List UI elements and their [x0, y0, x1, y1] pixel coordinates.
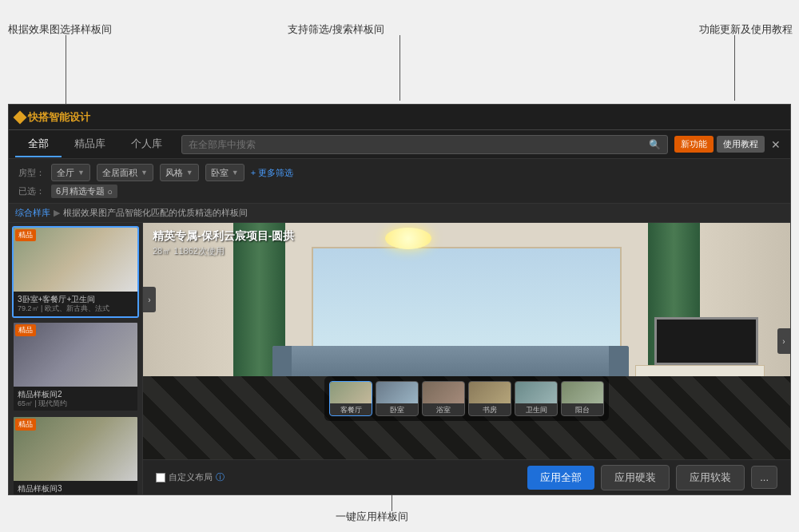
annotation-bottom: 一键应用样板间: [336, 510, 408, 524]
room-tab-img-balcony: [562, 382, 603, 403]
breadcrumb-item-1[interactable]: 综合样库: [15, 207, 50, 219]
thumbnail-item-1[interactable]: 精品 3卧室+客餐厅+卫生间 79.2㎡ | 欧式、新古典、法式: [12, 226, 139, 318]
room-type-label: 房型：: [18, 167, 45, 179]
room-tab-img-study: [423, 382, 464, 403]
room-tab-img-bedroom: [376, 382, 418, 403]
chevron-down-icon-2: ▼: [141, 169, 148, 177]
filter-row-1: 房型： 全厅 ▼ 全居面积 ▼ 风格 ▼ 卧室 ▼ + 更多筛选: [18, 164, 781, 181]
room-tab-img-dining: [469, 382, 511, 403]
room-tab-study[interactable]: 浴室: [422, 381, 465, 416]
annotation-center: 支持筛选/搜索样板间: [288, 22, 384, 37]
room-tab-label-living: 客餐厅: [340, 405, 362, 415]
album-label: 已选：: [18, 185, 45, 197]
breadcrumb-bar: 综合样库 ▶ 根据效果图产品智能化匹配的优质精选的样板间: [9, 204, 790, 223]
chevron-down-icon-4: ▼: [232, 169, 239, 177]
thumbnail-item-2[interactable]: 精品 精品样板间2 65㎡ | 现代简约: [12, 321, 139, 413]
preview-next-button[interactable]: ›: [777, 328, 790, 354]
thumbnail-title-2: 精品样板间2: [18, 389, 133, 399]
preview-area: 精英专属-保利云宸项目-圆拱 28㎡ 11862次使用 客餐厅 卧室: [143, 223, 790, 494]
breadcrumb-current: 根据效果图产品智能化匹配的优质精选的样板间: [63, 207, 248, 219]
thumbnail-badge-3: 精品: [15, 419, 36, 431]
room-preview-size: 28㎡ 11862次使用: [153, 245, 294, 257]
sidebar-toggle-button[interactable]: ›: [143, 287, 156, 312]
room-preview-title: 精英专属-保利云宸项目-圆拱: [153, 229, 294, 244]
tab-premium[interactable]: 精品库: [62, 132, 118, 157]
app-logo: 快搭智能设计: [15, 110, 90, 125]
search-bar[interactable]: 🔍: [181, 135, 668, 154]
room-tab-label-bedroom: 卧室: [390, 405, 404, 415]
room-tab-dining[interactable]: 书房: [468, 381, 511, 416]
thumbnail-image-2: 精品: [14, 323, 137, 387]
room-tab-living[interactable]: 客餐厅: [329, 381, 372, 416]
annotation-left: 根据效果图选择样板间: [8, 22, 112, 37]
room-tab-label-study: 浴室: [436, 405, 451, 415]
custom-layout-checkbox[interactable]: [156, 473, 165, 482]
apply-all-button[interactable]: 应用全部: [527, 466, 594, 490]
all-room-select[interactable]: 全厅 ▼: [51, 164, 90, 181]
thumbnail-info-3: 精品样板间3 88㎡ | 北欧风格: [14, 481, 137, 494]
more-actions-button[interactable]: ...: [751, 466, 777, 489]
room-tabs: 客餐厅 卧室 浴室 书房: [324, 376, 609, 421]
custom-layout: 自定义布局 ⓘ: [156, 471, 225, 483]
annotation-line-right: [734, 35, 735, 101]
tab-personal[interactable]: 个人库: [118, 132, 175, 157]
close-button[interactable]: ✕: [768, 138, 784, 151]
thumbnail-item-3[interactable]: 精品 精品样板间3 88㎡ | 北欧风格: [12, 415, 139, 494]
main-content: 精品 3卧室+客餐厅+卫生间 79.2㎡ | 欧式、新古典、法式 精品 精品样板…: [9, 223, 790, 494]
thumbnail-desc-3: 88㎡ | 北欧风格: [18, 494, 133, 494]
room-tab-bedroom[interactable]: 卧室: [376, 381, 419, 416]
more-filters-button[interactable]: + 更多筛选: [251, 167, 293, 179]
thumbnail-badge-1: 精品: [15, 229, 36, 241]
annotation-right: 功能更新及使用教程: [699, 22, 793, 37]
new-func-button[interactable]: 新功能: [674, 136, 714, 153]
apply-soft-button[interactable]: 应用软装: [676, 465, 745, 490]
app-window: 快搭智能设计 全部 精品库 个人库 🔍 新功能 使用教程 ✕ 房型： 全厅 ▼ …: [8, 104, 791, 495]
annotation-line-center: [400, 35, 400, 101]
tab-bar: 全部 精品库 个人库 🔍 新功能 使用教程 ✕: [9, 130, 790, 159]
thumbnail-image-3: 精品: [14, 417, 137, 481]
thumbnail-info-1: 3卧室+客餐厅+卫生间 79.2㎡ | 欧式、新古典、法式: [14, 292, 137, 316]
breadcrumb-separator: ▶: [54, 208, 60, 218]
room-tab-img-living: [330, 382, 372, 403]
sidebar: 精品 3卧室+客餐厅+卫生间 79.2㎡ | 欧式、新古典、法式 精品 精品样板…: [9, 223, 143, 494]
room-preview: 精英专属-保利云宸项目-圆拱 28㎡ 11862次使用 客餐厅 卧室: [143, 223, 790, 459]
room-info-header: 精英专属-保利云宸项目-圆拱 28㎡ 11862次使用: [153, 229, 294, 257]
thumbnail-desc-1: 79.2㎡ | 欧式、新古典、法式: [18, 304, 133, 314]
album-tag[interactable]: 6月精选专题 ○: [51, 185, 117, 198]
tv: [654, 317, 758, 364]
tab-all[interactable]: 全部: [15, 132, 62, 157]
thumbnail-badge-2: 精品: [15, 324, 36, 336]
thumbnail-image-1: 精品: [14, 228, 137, 292]
filter-row-2: 已选： 6月精选专题 ○: [18, 185, 781, 198]
diamond-icon: [14, 110, 27, 124]
room-tab-balcony[interactable]: 阳台: [561, 381, 604, 416]
action-bar: 自定义布局 ⓘ 应用全部 应用硬装 应用软装 ...: [143, 459, 790, 494]
thumbnail-info-2: 精品样板间2 65㎡ | 现代简约: [14, 387, 137, 411]
chevron-down-icon-3: ▼: [186, 169, 193, 177]
thumbnail-desc-2: 65㎡ | 现代简约: [18, 399, 133, 409]
info-icon: ⓘ: [216, 471, 225, 483]
album-close-icon[interactable]: ○: [107, 187, 113, 197]
apply-hard-button[interactable]: 应用硬装: [601, 465, 670, 490]
custom-layout-label: 自定义布局: [169, 471, 213, 483]
tutorial-button[interactable]: 使用教程: [717, 136, 765, 153]
app-title: 快搭智能设计: [28, 110, 90, 125]
bedroom-select[interactable]: 卧室 ▼: [205, 164, 244, 181]
room-tab-label-balcony: 阳台: [575, 405, 590, 415]
search-icon: 🔍: [649, 139, 661, 150]
chandelier: [370, 228, 447, 263]
room-size-select[interactable]: 全居面积 ▼: [97, 164, 153, 181]
room-tab-bathroom[interactable]: 卫生间: [515, 381, 558, 416]
chevron-down-icon: ▼: [78, 169, 85, 177]
filter-bar: 房型： 全厅 ▼ 全居面积 ▼ 风格 ▼ 卧室 ▼ + 更多筛选 已选： 6月精…: [9, 159, 790, 204]
room-tab-label-bathroom: 卫生间: [526, 405, 547, 415]
thumbnail-title-3: 精品样板间3: [18, 483, 133, 494]
room-image: 精英专属-保利云宸项目-圆拱 28㎡ 11862次使用: [143, 223, 790, 459]
room-tab-label-dining: 书房: [483, 405, 497, 415]
room-tab-img-bathroom: [515, 382, 557, 403]
title-bar: 快搭智能设计: [9, 105, 790, 130]
search-input[interactable]: [189, 139, 646, 150]
chandelier-body: [385, 228, 431, 249]
thumbnail-title-1: 3卧室+客餐厅+卫生间: [18, 294, 133, 304]
style-select[interactable]: 风格 ▼: [160, 164, 199, 181]
